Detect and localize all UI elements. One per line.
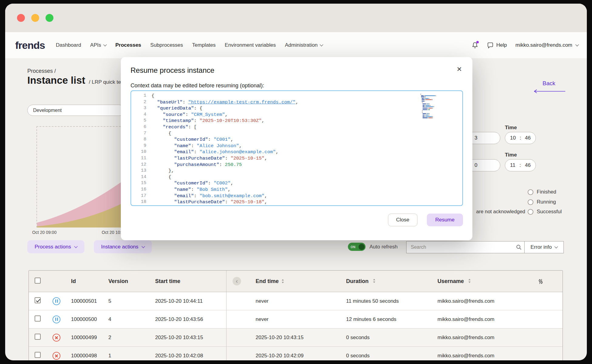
column-label: End time <box>256 278 279 285</box>
header-right: Help mikko.sairo@frends.com <box>471 42 578 49</box>
window-close-button[interactable] <box>17 14 25 22</box>
code-line: 14 { <box>133 174 462 180</box>
chevron-down-icon <box>103 43 107 46</box>
code-editor-lines: 1{2 "baseUrl": "https://example-test-crm… <box>131 91 462 205</box>
row-status-cell <box>46 352 67 360</box>
close-button[interactable]: Close <box>388 214 417 226</box>
cell-end-time: never <box>226 310 342 328</box>
line-number: 8 <box>133 136 146 143</box>
environment-select[interactable]: Development <box>27 105 124 116</box>
nav-item-subprocesses[interactable]: Subprocesses <box>150 42 183 48</box>
cell-username: mikko.sairo@frends.com <box>434 335 563 341</box>
row-checkbox[interactable] <box>35 334 41 340</box>
column-header-duration[interactable]: Duration <box>342 278 434 285</box>
window-minimize-button[interactable] <box>31 14 39 22</box>
column-header-start-time[interactable]: Start time <box>151 278 226 285</box>
editor-minimap[interactable] <box>420 94 448 119</box>
error-icon <box>53 352 60 360</box>
notifications-button[interactable] <box>471 42 478 49</box>
column-header-id[interactable]: Id <box>67 278 104 285</box>
cell-version: 2 <box>104 335 151 341</box>
nav-item-label: Subprocesses <box>150 42 183 48</box>
process-actions-label: Process actions <box>35 244 71 250</box>
row-checkbox[interactable] <box>35 352 41 358</box>
radio-finished-icon[interactable] <box>528 189 533 195</box>
column-header-username[interactable]: Username › <box>434 278 563 285</box>
nav-item-label: Processes <box>115 42 141 48</box>
column-settings-icon[interactable] <box>537 278 544 285</box>
nav-item-dashboard[interactable]: Dashboard <box>56 42 81 48</box>
error-info-label: Error info <box>531 244 552 250</box>
search-input[interactable] <box>407 244 513 250</box>
time-from-field[interactable]: 10 : 46 <box>505 132 536 144</box>
radio-option-finished: Finished <box>528 189 556 195</box>
cell-username: mikko.sairo@frends.com <box>434 298 563 304</box>
sort-icon[interactable] <box>373 279 376 283</box>
nav-item-administration[interactable]: Administration <box>285 42 323 48</box>
nav-item-label: APIs <box>90 42 101 48</box>
select-all-checkbox[interactable] <box>35 278 41 284</box>
line-number: 6 <box>133 124 146 130</box>
chat-bubble-icon <box>487 42 494 49</box>
toggle-on-label: ON <box>351 245 356 248</box>
column-header-end-time[interactable]: ‹ End time <box>226 271 342 292</box>
radio-successful-icon[interactable] <box>528 209 533 215</box>
code-line: 13 }, <box>133 168 462 174</box>
row-checkbox[interactable] <box>35 297 41 303</box>
nav-item-environment-variables[interactable]: Environment variables <box>225 42 276 48</box>
table-row[interactable]: 10000050042025-10-20 10:43:56never12 min… <box>29 310 563 329</box>
resume-button[interactable]: Resume <box>427 214 463 226</box>
table-row[interactable]: 10000049922025-10-20 10:43:152025-10-20 … <box>29 329 563 347</box>
nav-item-templates[interactable]: Templates <box>192 42 216 48</box>
instance-actions-button[interactable]: Instance actions <box>94 240 152 253</box>
row-checkbox[interactable] <box>35 315 41 322</box>
code-line: 2 "baseUrl": "https://example-test-crm.f… <box>133 99 462 106</box>
toggle-knob <box>359 244 365 250</box>
instance-table-body: 10000050152025-10-20 10:44:11never11 min… <box>29 292 563 360</box>
time-to-field[interactable]: 11 : 46 <box>505 159 536 171</box>
browser-window: frends DashboardAPIsProcessesSubprocesse… <box>5 4 587 360</box>
table-row[interactable]: 10000049812025-10-20 10:42:082025-10-20 … <box>29 347 563 360</box>
column-header-version[interactable]: Version <box>104 278 151 285</box>
nav-item-label: Administration <box>285 42 318 48</box>
row-checkbox-cell <box>29 297 46 305</box>
columns-scroll-left-button[interactable]: ‹ <box>233 277 241 285</box>
time-to-minutes: 46 <box>525 162 531 168</box>
radio-option-running: Running <box>528 199 556 205</box>
cell-duration: 0 seconds <box>342 353 434 359</box>
process-actions-button[interactable]: Process actions <box>27 240 84 253</box>
radio-running-icon[interactable] <box>528 199 533 205</box>
help-button[interactable]: Help <box>487 42 507 49</box>
code-line: 15 "customerId": "C002", <box>133 180 462 187</box>
chevron-down-icon <box>555 245 558 248</box>
paused-icon <box>53 315 60 323</box>
search-icon[interactable] <box>513 244 524 250</box>
line-number: 9 <box>133 143 146 149</box>
user-menu[interactable]: mikko.sairo@frends.com <box>515 42 578 48</box>
sort-icon[interactable] <box>281 279 284 283</box>
chevron-down-icon <box>141 244 145 248</box>
cell-username: mikko.sairo@frends.com <box>434 316 563 322</box>
cell-id: 100000499 <box>67 335 104 341</box>
auto-refresh-toggle[interactable]: ON <box>348 243 366 251</box>
time-from-hours: 10 <box>510 135 516 141</box>
code-line: 11 "lastPurchaseDate": "2025-10-15", <box>133 155 462 162</box>
radio-option-successful: Successful <box>528 209 562 215</box>
main-nav: DashboardAPIsProcessesSubprocessesTempla… <box>56 42 323 48</box>
nav-item-apis[interactable]: APIs <box>90 42 106 48</box>
table-row[interactable]: 10000050152025-10-20 10:44:11never11 min… <box>29 292 563 310</box>
breadcrumb[interactable]: Processes / <box>27 68 56 74</box>
back-link[interactable]: Back <box>543 80 555 87</box>
cell-end-time: 2025-10-20 10:43:15 <box>226 329 342 346</box>
close-icon[interactable]: × <box>454 64 464 75</box>
error-info-dropdown[interactable]: Error info <box>525 244 563 250</box>
context-data-editor[interactable]: 1{2 "baseUrl": "https://example-test-crm… <box>131 90 463 206</box>
window-titlebar <box>5 4 587 32</box>
nav-item-processes[interactable]: Processes <box>115 42 141 48</box>
row-status-cell <box>46 315 67 323</box>
window-zoom-button[interactable] <box>46 14 53 22</box>
sort-icon[interactable] <box>468 279 471 283</box>
code-line: 5 "timestamp": "2025-10-20T10:53:30Z", <box>133 118 462 124</box>
frends-logo[interactable]: frends <box>15 39 45 51</box>
line-number: 15 <box>133 180 146 187</box>
